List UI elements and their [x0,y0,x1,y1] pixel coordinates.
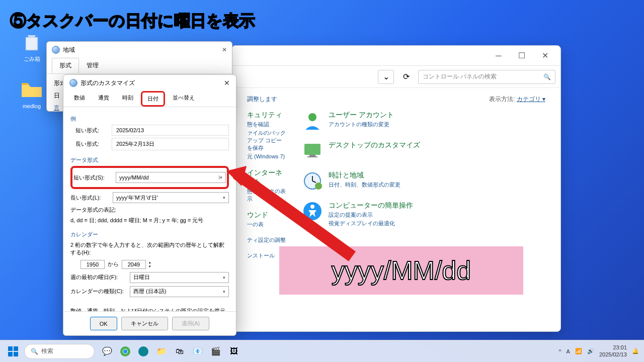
format-customize-dialog: 形式のカスタマイズ ✕ 数値 通貨 時刻 日付 並べ替え 例 短い形式: 202… [63,74,236,336]
tab-currency[interactable]: 通貨 [93,91,115,107]
cp-cat-security[interactable]: キュリティ [247,111,287,120]
clock-icon [302,171,323,191]
edge-icon[interactable] [136,344,151,359]
desktop-icon [302,141,323,161]
tutorial-title: ⑤タスクバーの日付に曜日を表示 [10,10,255,32]
app-icon[interactable]: 📧 [190,344,205,359]
folder-icon [20,78,44,102]
notation-text: d, dd = 日; ddd, dddd = 曜日; M = 月; y = 年;… [70,217,229,224]
cp-cat-user[interactable]: ユーザー アカウント [329,111,394,120]
cp-cat-ease[interactable]: コンピューターの簡単操作 [329,201,413,210]
calendar-note: 2 桁の数字で年を入力すると、次の範囲内での暦年として解釈する(H): [70,241,229,257]
folder-medlog[interactable]: medlog [14,78,49,109]
tab-sort[interactable]: 並べ替え [167,91,200,107]
recycle-icon [20,30,44,54]
cp-link[interactable]: 態とタスクの表示 [247,188,287,203]
svg-rect-12 [8,346,13,351]
app-icon[interactable]: 🎬 [208,344,223,359]
tab-admin[interactable]: 管理 [79,58,106,73]
cp-link[interactable]: アカウントの種類の変更 [329,121,394,128]
cp-cat-settings[interactable]: ティ設定の調整 [247,236,287,244]
refresh-button[interactable]: ⟳ [399,70,413,84]
chrome-icon[interactable] [118,344,133,359]
svg-point-19 [138,346,148,356]
breadcrumb-dropdown[interactable]: ⌄ [378,70,394,84]
search-icon: 🔍 [31,348,38,355]
format-title: 形式のカスタマイズ [80,79,135,87]
search-box[interactable]: コントロール パネルの検索 🔍 [418,70,555,84]
example-section: 例 [70,115,229,123]
svg-rect-0 [26,37,38,50]
close-button[interactable]: ✕ [222,46,227,53]
cp-cat-clock[interactable]: 時計と地域 [329,171,400,180]
svg-rect-13 [14,346,18,351]
notification-icon[interactable]: 🔔 [632,348,639,354]
long-format-combo[interactable]: yyyy'年'M'月'd'日'▾ [113,192,229,203]
calendar-section: カレンダー [70,231,229,238]
cal-type-combo[interactable]: 西暦 (日本語)▾ [130,286,229,297]
cp-navbar: ⌄ ⟳ コントロール パネルの検索 🔍 [232,66,560,88]
explorer-icon[interactable]: 📁 [154,344,169,359]
notation-label: データ形式の表記: [70,206,229,214]
ease-icon [302,201,323,221]
cp-link[interactable]: 一の表 [247,221,287,228]
tab-number[interactable]: 数値 [68,91,91,107]
recycle-label: ごみ箱 [24,55,40,63]
cp-titlebar: ─ ☐ ✕ [232,46,560,66]
svg-rect-4 [307,156,317,157]
close-button[interactable]: ✕ [533,48,556,64]
cp-link[interactable]: 元 (Windows 7) [247,153,287,160]
cal-type-label: カレンダーの種類(C): [70,288,126,295]
cp-link[interactable]: 日付、時刻、数値形式の変更 [329,181,400,189]
apply-button[interactable]: 適用(A) [172,317,210,330]
first-day-combo[interactable]: 日曜日▾ [130,272,229,283]
store-icon[interactable]: 🛍 [172,344,187,359]
region-title: 地域 [63,46,75,54]
cp-cat-internet[interactable]: インターネット [247,168,287,187]
svg-point-18 [123,349,127,353]
cp-link[interactable]: ァイルのバックアップ コピーを保存 [247,129,287,152]
data-section: データ形式 [70,156,229,164]
year-from [80,260,105,269]
cp-cat-desktop[interactable]: デスクトップのカスタマイズ [329,141,420,150]
app-icon[interactable]: 🖼 [226,344,242,359]
year-to[interactable] [122,260,146,269]
long-label: 長い形式: [75,140,106,148]
tab-date[interactable]: 日付 [141,91,165,107]
svg-rect-3 [309,155,315,156]
svg-point-10 [310,205,314,209]
svg-rect-14 [8,352,13,356]
cp-link[interactable]: 態を確認 [247,121,287,128]
cp-link[interactable]: 設定の提案の表示 [329,211,413,219]
cp-heading: 調整します [247,95,277,104]
recycle-bin[interactable]: ごみ箱 [14,30,49,63]
tray-chevron[interactable]: ^ [558,348,561,354]
taskbar: 🔍 検索 💬 📁 🛍 📧 🎬 🖼 ^ A 📶 🔊 23:01 2025/02/1… [0,340,644,362]
taskbar-search[interactable]: 🔍 検索 [24,344,95,359]
cancel-button[interactable]: キャンセル [121,317,168,330]
close-button[interactable]: ✕ [224,79,230,87]
cp-cat-sound[interactable]: ウンド [247,211,287,220]
short-format-combo[interactable]: yyyy/MM/ddI▾ [116,172,226,183]
tab-format[interactable]: 形式 [52,58,79,73]
maximize-button[interactable]: ☐ [510,48,533,64]
tab-time[interactable]: 時刻 [117,91,139,107]
cp-link[interactable]: 視覚ディスプレイの最適化 [329,220,413,227]
wifi-icon[interactable]: 📶 [575,348,582,354]
volume-icon[interactable]: 🔊 [587,348,594,354]
svg-rect-15 [14,352,18,356]
ok-button[interactable]: OK [90,317,117,330]
taskbar-clock[interactable]: 23:01 2025/02/13 [599,344,627,357]
start-button[interactable] [5,343,21,359]
callout-text: yyyy/MM/dd [332,255,471,286]
long-example: 2025年2月13日 [112,138,229,150]
user-icon [302,111,323,131]
svg-point-8 [315,183,322,190]
globe-icon [52,46,60,54]
task-icon[interactable]: 💬 [100,344,115,359]
year-spinner[interactable]: ▴▾ [149,260,151,268]
view-mode-link[interactable]: カテゴリ ▾ [517,96,545,103]
minimize-button[interactable]: ─ [487,48,510,64]
ime-indicator[interactable]: A [567,348,570,354]
first-day-label: 週の最初の曜日(F): [70,274,126,281]
